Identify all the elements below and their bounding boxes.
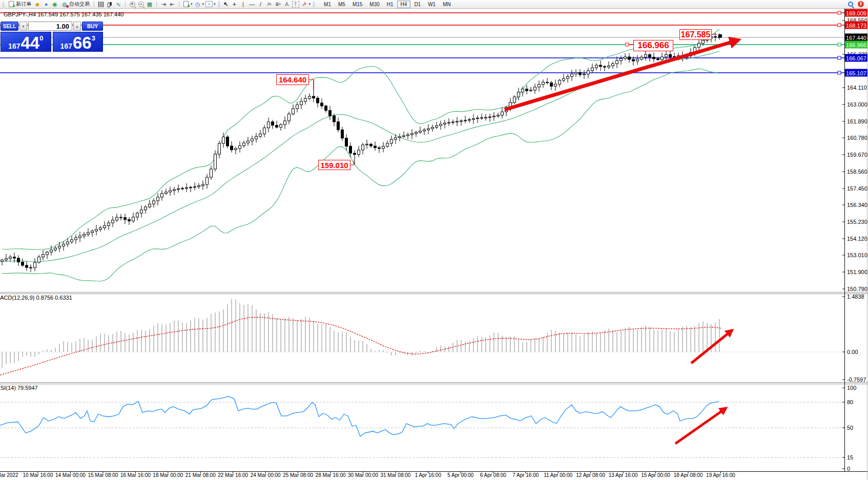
candlestick-chart-icon[interactable] — [106, 1, 113, 8]
arrows-caret[interactable]: ▾ — [309, 2, 311, 6]
sell-button[interactable]: SELL — [1, 22, 18, 31]
trend-arrow-rsi[interactable] — [675, 409, 725, 444]
candle-body — [571, 74, 573, 76]
price-annotation[interactable]: 164.640 — [276, 74, 309, 85]
candle-body — [42, 255, 45, 257]
candle-body — [518, 92, 520, 97]
candle-body — [489, 117, 491, 117]
cursor-icon[interactable]: ↖ — [222, 1, 230, 8]
market-watch-icon[interactable]: ◆ — [34, 1, 41, 8]
trendline-icon[interactable]: / — [257, 1, 264, 8]
zoom-out-icon[interactable]: − — [137, 1, 144, 8]
annotation-handle — [626, 43, 629, 46]
candle-body — [669, 54, 672, 57]
candle-body — [120, 217, 122, 218]
candle-body — [185, 188, 188, 189]
price-annotation[interactable]: 167.585 — [679, 29, 712, 40]
crosshair-icon[interactable]: + — [231, 1, 238, 8]
timeframe-button-H4[interactable]: H4 — [397, 1, 411, 8]
price-annotation[interactable]: 166.966 — [633, 40, 673, 51]
candle-body — [231, 146, 233, 150]
text-label-icon[interactable]: T — [292, 1, 299, 8]
candle-body — [165, 192, 168, 194]
timeframe-button-MN[interactable]: MN — [439, 1, 454, 8]
volume-increase-button[interactable]: ▲ — [73, 22, 81, 31]
candle-body — [136, 213, 139, 217]
candle-body — [218, 143, 221, 154]
candle-body — [177, 189, 180, 190]
equidistant-channel-icon[interactable]: ⫽E — [266, 1, 273, 8]
profile-icon[interactable]: ● — [43, 1, 50, 8]
auto-trading-button[interactable]: ◍ 自动交易 — [60, 1, 91, 8]
chart-canvas[interactable] — [0, 0, 868, 480]
timeframe-button-M1[interactable]: M1 — [320, 1, 335, 8]
buy-button[interactable]: BUY — [82, 22, 103, 31]
candle-body — [5, 259, 8, 260]
profiles-caret[interactable]: ▾ — [202, 2, 204, 6]
timeframe-button-M5[interactable]: M5 — [335, 1, 349, 8]
candle-body — [436, 126, 438, 127]
candle-body — [108, 223, 110, 226]
candle-body — [419, 131, 422, 132]
line-chart-icon[interactable]: ∿ — [115, 1, 122, 8]
candle-body — [386, 143, 389, 147]
timeframe-button-W1[interactable]: W1 — [424, 1, 439, 8]
horizontal-line-icon[interactable]: — — [249, 1, 256, 8]
candle-body — [665, 54, 668, 57]
text-icon[interactable]: A — [283, 1, 291, 8]
new-chart-icon[interactable] — [182, 1, 190, 8]
candle-body — [284, 121, 286, 124]
chart-shift-icon[interactable]: ⇤ — [169, 1, 176, 8]
buy-price-panel[interactable]: 167663 — [53, 32, 104, 52]
signals-icon[interactable]: ◉ — [51, 1, 58, 8]
trend-arrow-main[interactable] — [505, 40, 737, 110]
new-chart-caret[interactable]: ▾ — [191, 2, 193, 6]
separator — [94, 1, 94, 7]
fibonacci-icon[interactable]: ≣F — [275, 1, 282, 8]
volume-input[interactable] — [28, 22, 72, 31]
candle-body — [354, 153, 356, 154]
candle-body — [247, 141, 250, 143]
candle-body — [296, 105, 299, 109]
candle-body — [214, 154, 217, 169]
chart-profiles-icon[interactable]: ◷ — [194, 1, 201, 8]
candle-body — [169, 191, 172, 192]
object-anchor-marker — [718, 34, 722, 37]
arrows-tool-icon[interactable]: ⇗ — [301, 1, 308, 8]
tile-windows-icon[interactable]: ▦ — [146, 1, 153, 8]
new-order-button[interactable]: 新订单 — [7, 1, 32, 8]
timeframe-button-M30[interactable]: M30 — [366, 1, 383, 8]
candle-body — [288, 114, 291, 120]
candle-body — [239, 146, 241, 149]
volume-decrease-button[interactable]: ▼ — [19, 22, 27, 31]
candle-body — [595, 65, 598, 68]
candle-body — [1, 260, 4, 262]
candle-body — [267, 122, 270, 128]
candle-body — [194, 187, 196, 187]
candle-body — [17, 258, 20, 262]
candle-body — [567, 76, 569, 78]
sell-price-panel[interactable]: 167440 — [1, 32, 51, 52]
auto-scroll-icon[interactable]: ⇥ — [160, 1, 167, 8]
timeframe-button-M15[interactable]: M15 — [349, 1, 366, 8]
toolbar-grip — [218, 2, 220, 7]
search-icon[interactable] — [847, 1, 854, 8]
price-annotation[interactable]: 159.010 — [318, 160, 350, 170]
indicators-caret[interactable]: ▾ — [214, 2, 216, 6]
bar-chart-icon[interactable] — [97, 1, 105, 8]
candle-body — [587, 71, 590, 74]
candle-body — [366, 144, 368, 144]
candle-body — [157, 197, 159, 201]
candle-body — [714, 36, 717, 37]
candle-body — [477, 118, 479, 118]
timeframe-button-D1[interactable]: D1 — [410, 1, 424, 8]
notifications-icon[interactable] — [857, 1, 864, 8]
candle-body — [116, 217, 118, 220]
candle-body — [75, 238, 77, 240]
indicators-icon[interactable]: ≈ — [205, 1, 213, 8]
vertical-line-icon[interactable]: | — [240, 1, 247, 8]
timeframe-button-H1[interactable]: H1 — [383, 1, 397, 8]
candle-body — [423, 130, 426, 131]
zoom-in-icon[interactable]: + — [129, 1, 136, 8]
candle-body — [63, 244, 65, 246]
